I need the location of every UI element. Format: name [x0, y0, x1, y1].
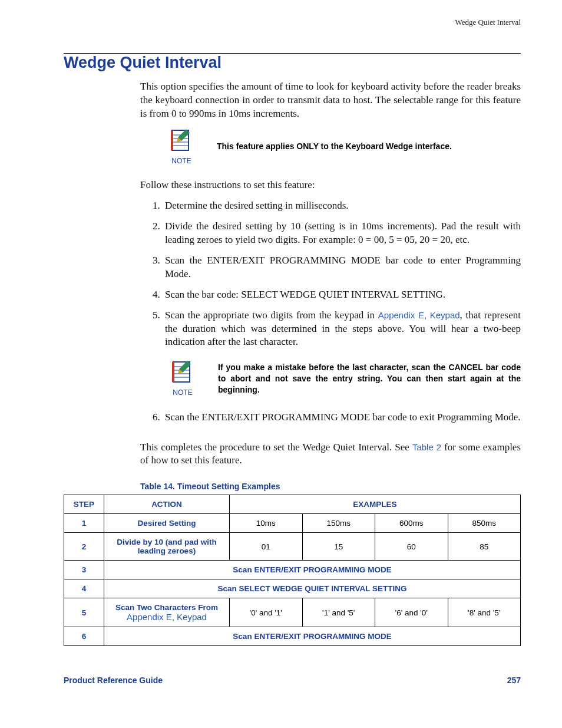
- table-row: 1 Desired Setting 10ms 150ms 600ms 850ms: [64, 514, 521, 533]
- table-header-row: STEP ACTION EXAMPLES: [64, 495, 521, 514]
- table-row: 5 Scan Two Characters From Appendix E, K…: [64, 598, 521, 627]
- table-caption: Table 14. Timeout Setting Examples: [140, 482, 521, 491]
- running-header: Wedge Quiet Interval: [64, 18, 521, 31]
- cell-action-span: Scan ENTER/EXIT PROGRAMMING MODE: [104, 561, 521, 579]
- cell: '0' and '1': [230, 598, 303, 627]
- cell: 85: [448, 533, 521, 561]
- step-5-pre: Scan the appropriate two digits from the…: [165, 309, 378, 321]
- step-2: Divide the desired setting by 10 (settin…: [163, 220, 521, 247]
- cell-step: 5: [64, 598, 104, 627]
- cell: 150ms: [302, 514, 375, 533]
- cell-action-span: Scan SELECT WEDGE QUIET INTERVAL SETTING: [104, 579, 521, 598]
- note-icon: [170, 360, 196, 386]
- cell: 60: [375, 533, 448, 561]
- closing-paragraph: This completes the procedure to set the …: [140, 441, 521, 468]
- appendix-link[interactable]: Appendix E, Keypad: [378, 310, 460, 320]
- table-row: 6 Scan ENTER/EXIT PROGRAMMING MODE: [64, 627, 521, 646]
- cell: '1' and '5': [302, 598, 375, 627]
- step-3: Scan the ENTER/EXIT PROGRAMMING MODE bar…: [163, 254, 521, 281]
- intro-paragraph: This option specifies the amount of time…: [140, 80, 521, 121]
- th-action: ACTION: [104, 495, 230, 514]
- r5-action-pre: Scan Two Characters From: [115, 603, 218, 612]
- step-1: Determine the desired setting in millise…: [163, 199, 521, 213]
- table-row: 2 Divide by 10 (and pad with leading zer…: [64, 533, 521, 561]
- note-block-1: NOTE This feature applies ONLY to the Ke…: [164, 128, 521, 166]
- cell: '8' and '5': [448, 598, 521, 627]
- cell: 10ms: [230, 514, 303, 533]
- follow-paragraph: Follow these instructions to set this fe…: [140, 179, 521, 192]
- cell: '6' and '0': [375, 598, 448, 627]
- svg-rect-5: [171, 130, 173, 150]
- cell-step: 6: [64, 627, 104, 646]
- note-text-1: This feature applies ONLY to the Keyboar…: [217, 141, 452, 152]
- examples-table: STEP ACTION EXAMPLES 1 Desired Setting 1…: [64, 495, 521, 646]
- footer-left: Product Reference Guide: [64, 676, 163, 685]
- step-6: Scan the ENTER/EXIT PROGRAMMING MODE bar…: [163, 411, 521, 424]
- step-4: Scan the bar code: SELECT WEDGE QUIET IN…: [163, 288, 521, 302]
- cell: 01: [230, 533, 303, 561]
- page-footer: Product Reference Guide 257: [64, 676, 521, 685]
- cell-action: Scan Two Characters From Appendix E, Key…: [104, 598, 230, 627]
- note-text-2: If you make a mistake before the last ch…: [218, 362, 521, 396]
- cell: 600ms: [375, 514, 448, 533]
- cell-step: 2: [64, 533, 104, 561]
- cell-action: Desired Setting: [104, 514, 230, 533]
- table-row: 4 Scan SELECT WEDGE QUIET INTERVAL SETTI…: [64, 579, 521, 598]
- steps-list: Determine the desired setting in millise…: [140, 199, 521, 424]
- closing-pre: This completes the procedure to set the …: [140, 442, 412, 453]
- note-label: NOTE: [164, 156, 199, 166]
- cell-step: 4: [64, 579, 104, 598]
- note-label: NOTE: [165, 388, 200, 397]
- note-icon: [168, 128, 194, 154]
- cell: 15: [302, 533, 375, 561]
- svg-rect-13: [172, 362, 174, 382]
- cell: 850ms: [448, 514, 521, 533]
- th-step: STEP: [64, 495, 104, 514]
- footer-page-number: 257: [507, 676, 521, 685]
- cell-action-span: Scan ENTER/EXIT PROGRAMMING MODE: [104, 627, 521, 646]
- section-title: Wedge Quiet Interval: [64, 54, 521, 72]
- th-examples: EXAMPLES: [230, 495, 521, 514]
- table-row: 3 Scan ENTER/EXIT PROGRAMMING MODE: [64, 561, 521, 579]
- cell-step: 1: [64, 514, 104, 533]
- note-block-2: NOTE If you make a mistake before the la…: [165, 360, 521, 397]
- table-link[interactable]: Table 2: [412, 442, 441, 452]
- r5-action-link[interactable]: Appendix E, Keypad: [127, 612, 207, 622]
- cell-action: Divide by 10 (and pad with leading zeroe…: [104, 533, 230, 561]
- step-5: Scan the appropriate two digits from the…: [163, 309, 521, 398]
- cell-step: 3: [64, 561, 104, 579]
